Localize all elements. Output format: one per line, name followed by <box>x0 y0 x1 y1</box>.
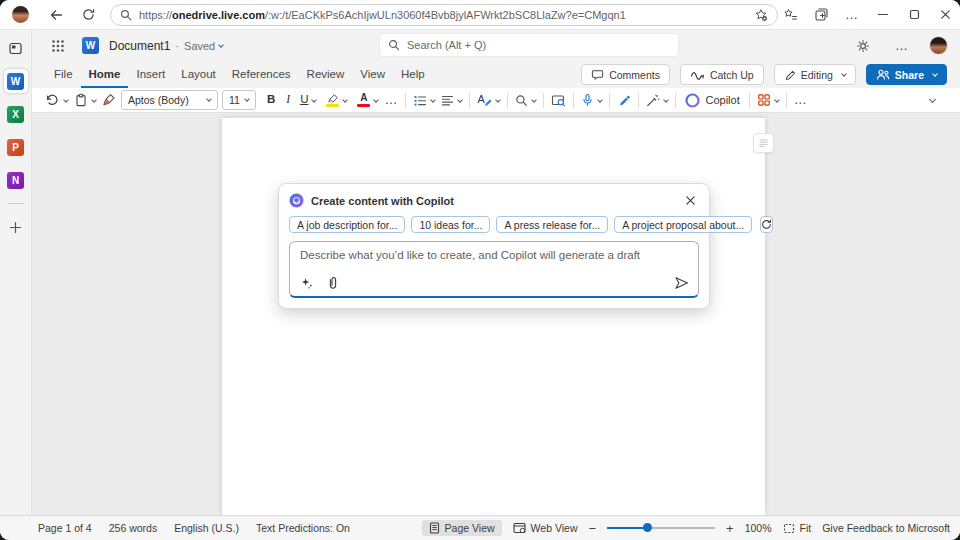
zoom-slider[interactable] <box>607 527 715 529</box>
font-color-button[interactable]: A <box>354 90 381 110</box>
prompt-chip-ideas[interactable]: 10 ideas for... <box>411 216 490 233</box>
italic-button[interactable]: I <box>283 90 293 110</box>
back-button[interactable] <box>44 3 68 27</box>
tab-home[interactable]: Home <box>81 62 129 88</box>
clipboard-icon <box>74 93 88 107</box>
find-button[interactable] <box>512 90 539 110</box>
header-menu-button[interactable]: … <box>890 34 914 58</box>
margin-comment-button[interactable] <box>753 133 774 153</box>
app-launcher-button[interactable] <box>46 34 70 58</box>
tab-help[interactable]: Help <box>393 62 433 88</box>
refresh-suggestions-button[interactable] <box>760 216 773 233</box>
toolbar-overflow-button[interactable]: … <box>791 90 811 110</box>
paste-button[interactable] <box>71 90 99 110</box>
attach-paperclip-icon[interactable] <box>327 276 339 290</box>
feedback-link[interactable]: Give Feedback to Microsoft <box>822 522 950 534</box>
align-button[interactable] <box>438 90 465 110</box>
sidebar-toggle-button[interactable] <box>4 36 28 60</box>
catch-up-icon <box>690 69 705 81</box>
sidebar-item-onenote[interactable]: N <box>4 168 28 192</box>
bullets-button[interactable] <box>410 90 438 110</box>
editing-mode-button[interactable]: Editing <box>774 64 856 85</box>
favorites-button[interactable] <box>778 3 802 27</box>
prompt-chip-job-description[interactable]: A job description for... <box>289 216 405 233</box>
more-font-options-button[interactable]: … <box>381 90 401 110</box>
chevron-down-icon <box>343 97 349 103</box>
close-button[interactable] <box>933 3 957 27</box>
page-view-button[interactable]: Page View <box>422 520 502 536</box>
bookmark-icon[interactable] <box>754 8 768 22</box>
highlight-button[interactable] <box>323 90 350 110</box>
minimize-button[interactable] <box>871 3 895 27</box>
copilot-label: Copilot <box>705 94 739 106</box>
browser-profile-avatar[interactable] <box>12 6 29 23</box>
sidebar-item-powerpoint[interactable]: P <box>4 135 28 159</box>
prompt-chip-project-proposal[interactable]: A project proposal about... <box>614 216 752 233</box>
chevron-down-icon <box>312 97 318 103</box>
underline-button[interactable]: U <box>297 90 319 110</box>
bold-button[interactable]: B <box>264 90 278 110</box>
send-button[interactable] <box>674 276 689 290</box>
sidebar-item-excel[interactable]: X <box>4 102 28 126</box>
sidebar-item-word[interactable]: W <box>4 69 28 93</box>
font-size-select[interactable]: 11 <box>222 90 256 110</box>
word-count[interactable]: 256 words <box>109 522 157 534</box>
text-predictions-status[interactable]: Text Predictions: On <box>256 522 350 534</box>
chevron-down-icon <box>774 97 780 103</box>
zoom-in-button[interactable]: + <box>726 521 734 536</box>
sidebar-add-button[interactable] <box>4 215 28 239</box>
rewrite-sparkle-icon[interactable] <box>301 277 314 290</box>
catch-up-button[interactable]: Catch Up <box>680 64 764 85</box>
tab-view[interactable]: View <box>352 62 393 88</box>
copilot-button[interactable]: Copilot <box>680 90 744 110</box>
undo-button[interactable] <box>42 90 71 110</box>
add-ins-button[interactable] <box>754 90 782 110</box>
zoom-level[interactable]: 100% <box>745 522 772 534</box>
save-status[interactable]: · Saved <box>175 40 223 52</box>
page-count[interactable]: Page 1 of 4 <box>38 522 92 534</box>
styles-icon: A <box>477 93 492 107</box>
prompt-chip-press-release[interactable]: A press release for... <box>496 216 608 233</box>
tab-file[interactable]: File <box>46 62 81 88</box>
zoom-slider-thumb[interactable] <box>643 523 652 532</box>
settings-button[interactable] <box>851 34 875 58</box>
refresh-icon <box>761 219 772 230</box>
share-label: Share <box>895 69 924 81</box>
close-icon <box>685 195 696 206</box>
auto-format-button[interactable] <box>643 90 671 110</box>
tab-references[interactable]: References <box>224 62 299 88</box>
word-logo[interactable]: W <box>82 37 99 54</box>
document-page[interactable] <box>222 118 765 515</box>
document-title[interactable]: Document1 <box>109 39 170 53</box>
search-box[interactable] <box>380 34 678 56</box>
search-input[interactable] <box>407 39 670 51</box>
fit-button[interactable]: Fit <box>783 522 812 534</box>
refresh-icon <box>82 8 95 21</box>
styles-button[interactable]: A <box>474 90 503 110</box>
zoom-out-button[interactable]: − <box>588 521 596 536</box>
web-view-button[interactable]: Web View <box>513 522 578 534</box>
collapse-ribbon-button[interactable] <box>927 90 938 110</box>
collections-button[interactable] <box>809 3 833 27</box>
immersive-reader-button[interactable] <box>548 90 569 110</box>
browser-menu-button[interactable]: … <box>840 3 864 27</box>
microphone-icon <box>581 93 594 107</box>
tab-layout[interactable]: Layout <box>173 62 224 88</box>
refresh-button[interactable] <box>76 3 100 27</box>
dictate-button[interactable] <box>578 90 605 110</box>
tab-insert[interactable]: Insert <box>128 62 173 88</box>
account-avatar[interactable] <box>929 36 948 55</box>
prompt-input[interactable] <box>300 249 688 275</box>
language-status[interactable]: English (U.S.) <box>174 522 239 534</box>
editor-button[interactable] <box>614 90 634 110</box>
maximize-button[interactable] <box>902 3 926 27</box>
font-name-select[interactable]: Aptos (Body) <box>121 90 218 110</box>
comments-button[interactable]: Comments <box>581 64 670 85</box>
prompt-box[interactable] <box>289 241 699 298</box>
tab-review[interactable]: Review <box>299 62 353 88</box>
format-painter-button[interactable] <box>99 90 119 110</box>
address-bar[interactable]: https://onedrive.live.com/:w:/t/EaCKkPs6… <box>110 4 778 26</box>
share-button[interactable]: Share <box>866 64 947 85</box>
comment-icon <box>591 68 604 81</box>
dialog-close-button[interactable] <box>681 192 699 210</box>
